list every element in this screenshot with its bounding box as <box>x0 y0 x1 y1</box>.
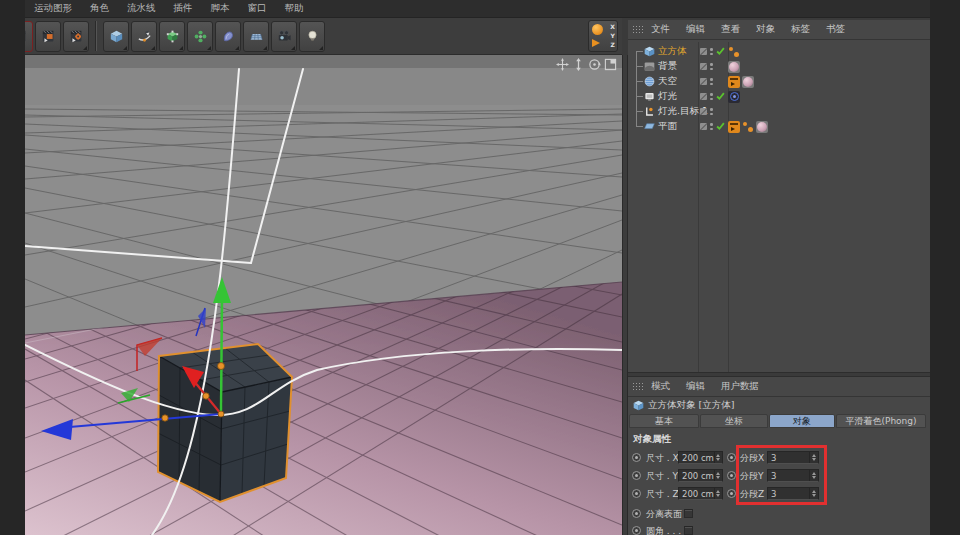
tab-coordinates[interactable]: 坐标 <box>700 414 768 428</box>
coordinate-arrow-icon <box>592 39 600 47</box>
render-picture-viewer-button[interactable] <box>35 21 61 52</box>
attribute-manager-menu: 模式 编辑 用户数据 <box>628 377 930 397</box>
material-tag-icon[interactable] <box>742 76 754 88</box>
size-z-input[interactable]: 200 cm <box>678 487 723 500</box>
floor-button[interactable] <box>243 21 269 52</box>
menu-script[interactable]: 脚本 <box>202 0 239 17</box>
enabled-check-icon[interactable] <box>716 122 725 131</box>
layer-toggle[interactable] <box>700 63 707 70</box>
cinema4d-window: 运动图形 角色 流水线 插件 脚本 窗口 帮助 <box>0 0 960 535</box>
separate-surfaces-checkbox[interactable] <box>684 509 693 518</box>
menu-pipeline[interactable]: 流水线 <box>118 0 165 17</box>
deformer-button[interactable] <box>215 21 241 52</box>
object-name: 平面 <box>658 120 677 133</box>
keyframe-dot[interactable] <box>632 526 641 535</box>
layer-toggle[interactable] <box>700 48 707 55</box>
compositing-tag-icon[interactable] <box>728 121 740 133</box>
attribute-title: 立方体对象 [立方体] <box>648 399 734 412</box>
size-y-input[interactable]: 200 cm <box>678 469 723 482</box>
modeling-generator-icon <box>194 30 207 43</box>
enabled-check-icon[interactable] <box>716 92 725 101</box>
fillet-checkbox[interactable] <box>684 526 693 535</box>
material-tag-icon[interactable] <box>756 121 768 133</box>
layer-toggle[interactable] <box>700 93 707 100</box>
keyframe-dot[interactable] <box>632 489 641 498</box>
layer-toggle[interactable] <box>700 123 707 130</box>
stepper[interactable] <box>714 488 722 499</box>
subdivision-surface-button[interactable] <box>159 21 185 52</box>
rotate-view-icon[interactable] <box>588 58 601 71</box>
primitive-cube-icon <box>110 30 123 43</box>
object-row-light-target[interactable]: 灯光.目标.1 <box>628 104 930 119</box>
compositing-tag-icon[interactable] <box>728 76 740 88</box>
om-menu-file[interactable]: 文件 <box>643 21 678 38</box>
attribute-tabs: 基本 坐标 对象 平滑着色(Phong) <box>629 414 929 428</box>
attribute-row-fillet: 圆角 . . . <box>628 524 930 535</box>
menu-character[interactable]: 角色 <box>81 0 118 17</box>
keyframe-dot[interactable] <box>632 453 641 462</box>
stepper[interactable] <box>714 452 722 463</box>
primitive-cube-button[interactable] <box>103 21 129 52</box>
tab-phong[interactable]: 平滑着色(Phong) <box>836 414 926 428</box>
light-button[interactable] <box>299 21 325 52</box>
object-row-background[interactable]: 背景 <box>628 59 930 74</box>
attribute-row-separate-surfaces: 分离表面 <box>628 507 930 522</box>
object-row-plane[interactable]: 平面 <box>628 119 930 134</box>
visibility-dots[interactable] <box>710 93 713 100</box>
target-tag-icon[interactable] <box>728 91 740 103</box>
3d-viewport[interactable] <box>25 55 622 535</box>
am-menu-edit[interactable]: 编辑 <box>678 378 713 395</box>
am-menu-userdata[interactable]: 用户数据 <box>713 378 767 395</box>
om-menu-bookmarks[interactable]: 书签 <box>818 21 853 38</box>
dolly-view-icon[interactable] <box>572 58 585 71</box>
tab-basic[interactable]: 基本 <box>629 414 699 428</box>
object-list: 立方体 背景 <box>628 42 930 372</box>
menu-window[interactable]: 窗口 <box>239 0 276 17</box>
coordinate-system-button[interactable]: X Y Z <box>588 20 618 52</box>
keyframe-dot[interactable] <box>727 471 736 480</box>
modeling-generator-button[interactable] <box>187 21 213 52</box>
layer-toggle[interactable] <box>700 108 707 115</box>
stepper[interactable] <box>714 470 722 481</box>
om-menu-edit[interactable]: 编辑 <box>678 21 713 38</box>
cube-object-icon <box>633 400 644 411</box>
spline-pen-button[interactable] <box>131 21 157 52</box>
camera-button[interactable] <box>271 21 297 52</box>
menu-plugins[interactable]: 插件 <box>165 0 202 17</box>
tab-object[interactable]: 对象 <box>769 414 835 428</box>
object-row-light[interactable]: 灯光 <box>628 89 930 104</box>
toggle-view-icon[interactable] <box>604 58 617 71</box>
visibility-dots[interactable] <box>710 108 713 115</box>
right-panel: 文件 编辑 查看 对象 标签 书签 立方体 <box>628 20 930 535</box>
visibility-dots[interactable] <box>710 123 713 130</box>
edit-render-settings-button[interactable] <box>63 21 89 52</box>
viewport-controls <box>556 58 617 71</box>
phong-tag-icon[interactable] <box>728 46 740 58</box>
visibility-dots[interactable] <box>710 63 713 70</box>
keyframe-dot[interactable] <box>632 509 641 518</box>
enabled-check-icon[interactable] <box>716 47 725 56</box>
menu-mograph[interactable]: 运动图形 <box>25 0 81 17</box>
render-active-view-button[interactable] <box>25 21 33 52</box>
layer-toggle[interactable] <box>700 78 707 85</box>
keyframe-dot[interactable] <box>727 489 736 498</box>
visibility-dots[interactable] <box>710 48 713 55</box>
panel-handle-icon[interactable] <box>632 382 643 391</box>
object-row-sky[interactable]: 天空 <box>628 74 930 89</box>
pan-view-icon[interactable] <box>556 58 569 71</box>
phong-tag-icon[interactable] <box>742 121 754 133</box>
om-menu-tags[interactable]: 标签 <box>783 21 818 38</box>
am-menu-mode[interactable]: 模式 <box>643 378 678 395</box>
size-z-label: 尺寸 . Z <box>646 488 679 501</box>
material-tag-icon[interactable] <box>728 61 740 73</box>
panel-handle-icon[interactable] <box>632 25 643 34</box>
visibility-dots[interactable] <box>710 78 713 85</box>
size-x-input[interactable]: 200 cm <box>678 451 723 464</box>
separate-surfaces-label: 分离表面 <box>646 508 682 521</box>
keyframe-dot[interactable] <box>632 471 641 480</box>
om-menu-view[interactable]: 查看 <box>713 21 748 38</box>
keyframe-dot[interactable] <box>727 453 736 462</box>
om-menu-objects[interactable]: 对象 <box>748 21 783 38</box>
object-row-cube[interactable]: 立方体 <box>628 44 930 59</box>
menu-help[interactable]: 帮助 <box>276 0 313 17</box>
